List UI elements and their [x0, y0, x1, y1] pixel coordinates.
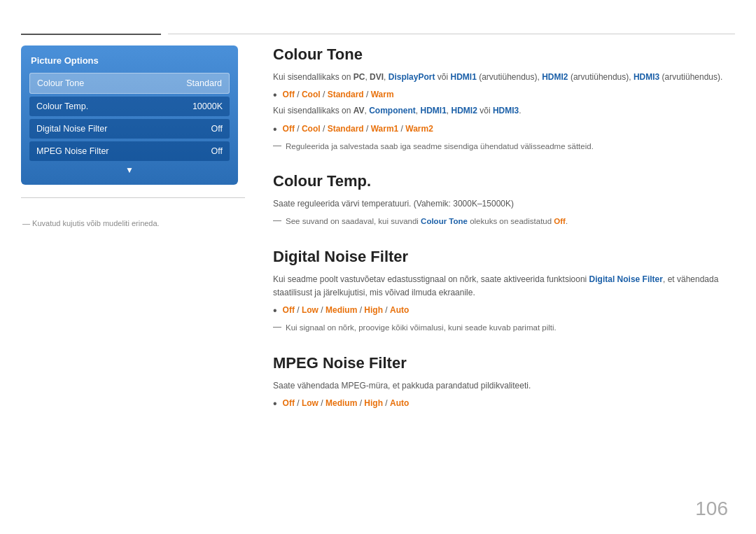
section-mpeg-noise-filter: MPEG Noise Filter Saate vähendada MPEG-m…: [273, 354, 735, 410]
opt-off-1: Off: [283, 90, 295, 99]
opt-warm2: Warm2: [405, 124, 433, 134]
menu-item-mpeg-noise-value: Off: [211, 146, 223, 156]
dnf-off: Off: [283, 305, 295, 315]
mnf-low: Low: [302, 398, 318, 408]
opt-standard-2: Standard: [328, 124, 364, 134]
menu-item-colour-temp-label: Colour Temp.: [36, 101, 88, 111]
dnf-low: Low: [302, 305, 318, 315]
mnf-auto: Auto: [390, 398, 409, 408]
left-panel-divider: [21, 197, 245, 205]
section-title-mpeg-noise-filter: MPEG Noise Filter: [273, 354, 735, 372]
bullet-mpeg-noise: • Off / Low / Medium / High / Auto: [273, 397, 735, 410]
section-title-digital-noise-filter: Digital Noise Filter: [273, 248, 735, 266]
section-body-colour-temp: Saate reguleerida värvi temperatuuri. (V…: [273, 197, 735, 228]
colour-tone-note: — Reguleerida ja salvestada saab iga sea…: [273, 140, 735, 153]
menu-item-digital-noise-label: Digital Noise Filter: [36, 124, 107, 134]
bullet-dot-1: •: [273, 88, 277, 101]
colour-tone-note-text: Reguleerida ja salvestada saab iga seadm…: [286, 140, 594, 153]
mpeg-noise-options: Off / Low / Medium / High / Auto: [283, 397, 410, 410]
section-title-colour-temp: Colour Temp.: [273, 172, 735, 190]
colour-tone-options-2: Off / Cool / Standard / Warm1 / Warm2: [283, 122, 433, 136]
mnf-high: High: [364, 398, 383, 408]
dropdown-arrow-icon: ▼: [29, 165, 230, 175]
note-dash-1: —: [273, 140, 281, 152]
left-panel: Picture Options Colour Tone Standard Col…: [21, 45, 245, 227]
digital-noise-note: — Kui signaal on nõrk, proovige kõiki võ…: [273, 321, 735, 334]
menu-item-digital-noise-value: Off: [211, 124, 223, 134]
header-line-left: [21, 34, 161, 35]
digital-noise-note-text: Kui signaal on nõrk, proovige kõiki võim…: [286, 321, 556, 334]
menu-item-digital-noise[interactable]: Digital Noise Filter Off: [29, 119, 230, 139]
menu-item-mpeg-noise-label: MPEG Noise Filter: [36, 146, 109, 156]
menu-item-colour-tone-value: Standard: [186, 78, 222, 88]
opt-standard-1: Standard: [328, 90, 364, 99]
opt-cool-1: Cool: [302, 90, 321, 99]
colour-tone-options-1: Off / Cool / Standard / Warm: [283, 88, 394, 101]
right-content: Colour Tone Kui sisendallikaks on PC, DV…: [273, 45, 735, 430]
bullet-dot-4: •: [273, 397, 277, 410]
section-body-mpeg-noise-filter: Saate vähendada MPEG-müra, et pakkuda pa…: [273, 379, 735, 410]
opt-warm1: Warm1: [371, 124, 399, 134]
bullet-colour-tone-2: • Off / Cool / Standard / Warm1 / Warm2: [273, 122, 735, 136]
menu-item-colour-temp-value: 10000K: [192, 101, 223, 111]
mnf-off: Off: [283, 398, 295, 408]
colour-temp-desc1: Saate reguleerida värvi temperatuuri. (V…: [273, 197, 735, 211]
colour-temp-note-text: See suvand on saadaval, kui suvandi Colo…: [286, 215, 568, 227]
section-title-colour-tone: Colour Tone: [273, 45, 735, 64]
note-dash-3: —: [273, 321, 281, 333]
opt-off-2: Off: [283, 124, 295, 134]
colour-temp-note: — See suvand on saadaval, kui suvandi Co…: [273, 215, 735, 227]
mpeg-noise-desc1: Saate vähendada MPEG-müra, et pakkuda pa…: [273, 379, 735, 393]
bullet-colour-tone-1: • Off / Cool / Standard / Warm: [273, 88, 735, 101]
opt-cool-2: Cool: [302, 124, 321, 134]
page-number: 106: [695, 498, 728, 520]
section-colour-temp: Colour Temp. Saate reguleerida värvi tem…: [273, 172, 735, 228]
section-body-digital-noise-filter: Kui seadme poolt vastuvõetav edastusstig…: [273, 273, 735, 335]
digital-noise-desc1: Kui seadme poolt vastuvõetav edastusstig…: [273, 273, 735, 300]
header-line-right: [168, 34, 735, 34]
bullet-digital-noise: • Off / Low / Medium / High / Auto: [273, 304, 735, 317]
colour-tone-desc1: Kui sisendallikaks on PC, DVI, DisplayPo…: [273, 71, 735, 84]
dnf-high: High: [364, 305, 383, 315]
section-digital-noise-filter: Digital Noise Filter Kui seadme poolt va…: [273, 248, 735, 335]
menu-item-colour-tone[interactable]: Colour Tone Standard: [29, 73, 230, 94]
menu-item-colour-temp[interactable]: Colour Temp. 10000K: [29, 97, 230, 116]
menu-item-mpeg-noise[interactable]: MPEG Noise Filter Off: [29, 141, 230, 161]
menu-item-colour-tone-label: Colour Tone: [37, 78, 84, 88]
caption-text: — Kuvatud kujutis võib mudeliti erineda.: [21, 219, 245, 227]
colour-tone-desc2: Kui sisendallikaks on AV, Component, HDM…: [273, 104, 735, 118]
note-dash-2: —: [273, 215, 281, 227]
bullet-dot-3: •: [273, 304, 277, 317]
dnf-medium: Medium: [326, 305, 357, 315]
opt-warm-1: Warm: [371, 90, 394, 99]
digital-noise-options: Off / Low / Medium / High / Auto: [283, 304, 410, 317]
section-body-colour-tone: Kui sisendallikaks on PC, DVI, DisplayPo…: [273, 71, 735, 153]
mnf-medium: Medium: [326, 398, 357, 408]
picture-options-box: Picture Options Colour Tone Standard Col…: [21, 45, 238, 185]
picture-options-title: Picture Options: [29, 55, 230, 66]
bullet-dot-2: •: [273, 122, 277, 136]
dnf-auto: Auto: [390, 305, 409, 315]
section-colour-tone: Colour Tone Kui sisendallikaks on PC, DV…: [273, 45, 735, 153]
